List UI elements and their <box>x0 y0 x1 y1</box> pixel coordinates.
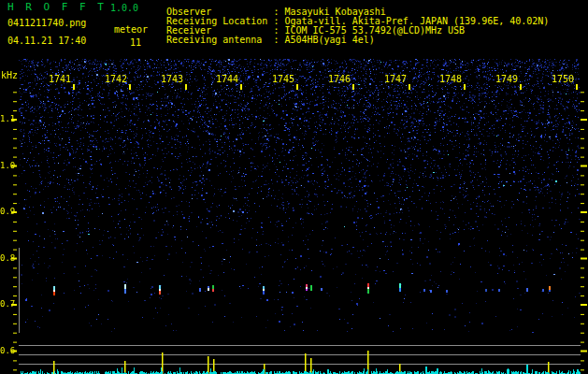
time-tick-label: 1744 <box>216 75 238 84</box>
time-tick-label: 1750 <box>552 75 574 84</box>
time-tick-label: 1746 <box>328 75 351 84</box>
app-title: H R O F F T <box>7 3 107 12</box>
freq-tick-label: 0.8 <box>0 254 13 263</box>
khz-axis-label: kHz <box>1 71 18 80</box>
spectrogram-canvas <box>0 58 588 374</box>
time-tick-label: 1741 <box>49 75 71 84</box>
freq-tick-label: 1.0 <box>0 162 13 170</box>
app-version: 1.0.0 <box>110 4 138 13</box>
time-tick-label: 1747 <box>384 75 407 84</box>
freq-tick-label: 0.9 <box>0 208 13 216</box>
info-row: Receiving antenna : A504HB(yagi 4el) <box>166 36 375 45</box>
datetime-label: 04.11.21 17:40 <box>7 36 86 46</box>
mode-label: meteor <box>114 25 148 35</box>
freq-tick-label: 0.6 <box>0 347 13 355</box>
freq-tick-label: 1.1 <box>0 115 13 123</box>
time-tick-label: 1743 <box>161 75 183 84</box>
freq-tick-label: 0.7 <box>0 300 13 309</box>
time-tick-label: 1749 <box>495 75 518 84</box>
time-tick-label: 1748 <box>439 75 462 84</box>
output-filename: 0411211740.png <box>7 19 86 28</box>
hrofft-screen: H R O F F T 1.0.0 0411211740.png meteor … <box>0 0 588 374</box>
meteor-count: 11 <box>130 38 141 48</box>
time-tick-label: 1745 <box>272 75 294 84</box>
time-tick-label: 1742 <box>105 75 127 84</box>
